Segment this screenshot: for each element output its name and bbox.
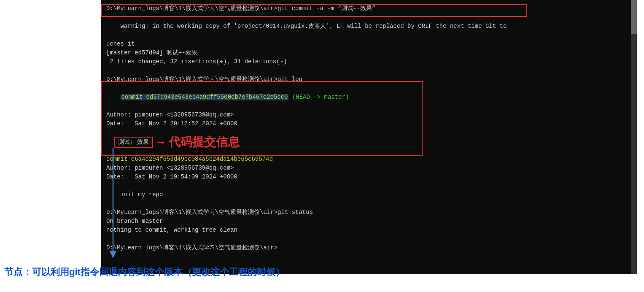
terminal-line-prompt1: D:\MyLearn_logs\博客\1\嵌入式学习\空气质量检测仪\air>_ <box>106 243 632 252</box>
terminal-line-nothing1: nothing to commit, working tree clean <box>106 226 632 235</box>
terminal-line-cmd2: D:\MyLearn_logs\博客\1\嵌入式学习\空气质量检测仪\air>g… <box>106 75 632 84</box>
terminal-line-date1: Date: Sat Nov 2 20:17:52 2024 +0800 <box>106 119 632 128</box>
terminal-line-commit2: commit e6a4c294f653d49cc084a5b24da14be65… <box>106 155 632 164</box>
terminal-line-date2: Date: Sat Nov 2 19:54:09 2024 +0800 <box>106 173 632 181</box>
terminal-line-empty2 <box>106 128 632 137</box>
terminal-line-author1: Author: pimouren <1328956739@qq.com> <box>106 111 632 119</box>
terminal-line-warn1: warning: in the working copy of 'project… <box>106 13 632 40</box>
terminal-line-cmd3: D:\MyLearn_logs\博客\1\嵌入式学习\空气质量检测仪\air>g… <box>106 208 632 217</box>
terminal-line-empty1 <box>106 66 632 75</box>
terminal-line-empty6 <box>106 199 632 208</box>
terminal-line-cmd1: D:\MyLearn_logs\博客\1\嵌入式学习\空气质量检测仪\air>g… <box>106 4 632 13</box>
terminal-line-files1: 2 files changed, 32 insertions(+), 31 de… <box>106 57 632 66</box>
terminal-line-empty7 <box>106 235 632 243</box>
terminal-line-branch1: On branch master <box>106 217 632 226</box>
terminal-line-empty5 <box>106 181 632 190</box>
terminal: D:\MyLearn_logs\博客\1\嵌入式学习\空气质量检测仪\air>g… <box>101 0 637 274</box>
terminal-line-empty4 <box>106 146 632 155</box>
terminal-line-commit1: commit ed57d943e543eb4a9dff5500cb7e7b467… <box>106 84 632 111</box>
terminal-line-master1: [master ed57d94] 测试+-效果 <box>106 49 632 57</box>
scrollbar-thumb[interactable] <box>631 0 637 34</box>
terminal-line-empty3 <box>106 137 632 146</box>
scrollbar[interactable] <box>631 0 637 274</box>
bottom-annotation-row: 节点：可以利用git指令回退内容到这个版本（更改这个工程的时候） <box>0 262 644 282</box>
bottom-note-text: 节点：可以利用git指令回退内容到这个版本（更改这个工程的时候） <box>4 267 285 277</box>
terminal-line-init1: init my repo <box>106 190 632 199</box>
terminal-line-author2: Author: pimouren <1328956739@qq.com> <box>106 164 632 173</box>
terminal-line-warn2: uches it <box>106 40 632 49</box>
